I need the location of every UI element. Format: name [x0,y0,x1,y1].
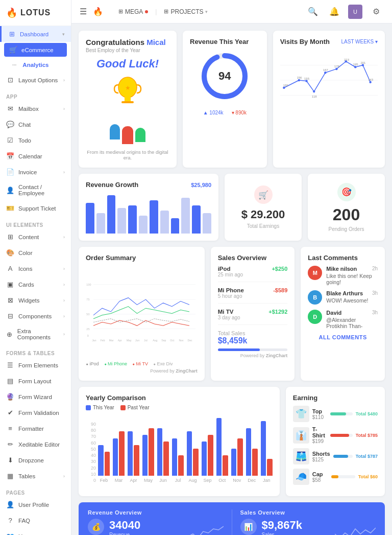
sales-item-name: Mi TV [218,309,240,315]
sidebar-item-formatter[interactable]: ≡Formatter [0,421,71,436]
yearly-x-label: Jun [157,478,169,483]
comment-items: M Mike nilson 2h Like this one! Keep goi… [308,266,378,329]
sales-progress-fill [218,348,260,351]
sidebar-item-label: Dashboard [20,31,48,37]
dropzone-icon: ⬇ [6,456,14,464]
earning-bar-bg [330,412,353,415]
sales-item-name: iPod [218,266,243,272]
earning-name: Shorts [312,451,330,457]
sidebar-item-user[interactable]: 👥User› [0,528,71,535]
yearly-x-label: Aug [187,478,199,483]
search-button[interactable]: 🔍 [305,4,321,19]
sales-text: $9,867k Sales -6.20967 ▾ 2.036% [262,519,330,535]
revenue-growth-header: Revenue Growth $25,980 [86,181,211,189]
mail-icon: ✉ [6,105,14,112]
sidebar-item-form-wizard[interactable]: 🔮Form Wizard [0,389,71,405]
chart-legend: ⬥ iPod ⬥ Mi Phone ⬥ Mi TV ⬥ Exe Div [86,361,198,366]
earnings-icon: 🛒 [254,185,273,204]
sidebar-item-content[interactable]: ⊞Content› [0,229,71,245]
sidebar-item-components[interactable]: ⊟Components› [0,308,71,324]
earning-total: Total $785 [356,433,378,438]
notification-button[interactable]: 🔔 [327,4,342,19]
sales-overview-title: Sales Overview [218,254,288,262]
earning-price: $125 [312,457,330,462]
chevron-right-icon: › [63,314,65,319]
svg-text:178: 178 [334,65,340,68]
logo-text: LOTUS [20,8,51,17]
revenue-overview-card: Revenue Overview 💰 34040 Revenue +34040 … [79,502,385,535]
last-weeks-button[interactable]: LAST WEEKS ▾ [341,39,378,44]
sidebar-item-ecommerce[interactable]: 🛒 eCommerce [4,43,67,57]
sales-item-amount: -$589 [273,287,287,293]
earning-thumb: 👕 [293,406,309,422]
sidebar-item-extra[interactable]: ⊕Extra Components› [0,324,71,344]
sidebar-item-user-profile[interactable]: 👤User Profile [0,497,71,513]
sidebar-item-icons[interactable]: AIcons› [0,261,71,276]
revenue-overview-title: Revenue Overview [88,509,224,516]
sidebar-item-form-elements[interactable]: ☰Form Elements [0,357,71,373]
chevron-right-icon: › [63,332,65,337]
svg-text:50: 50 [86,313,89,316]
comment-body: David 3h @Alexander Protikhin Than- [326,310,378,329]
topbar-nav-mega[interactable]: ⊞ MEGA [113,6,153,17]
dashboard-icon: ⊞ [8,30,16,38]
yearly-bar-group [261,421,273,476]
avatar[interactable]: U [348,5,362,19]
icons-icon: A [6,265,14,272]
sidebar-item-chat[interactable]: 💬Chat [0,117,71,132]
sidebar-item-dropzone[interactable]: ⬇Dropzone [0,452,71,468]
svg-text:189: 189 [283,84,288,87]
earning-item: 👕 Top $110 Total $480 [293,406,378,422]
hamburger-icon[interactable]: ☰ [80,7,87,16]
sidebar-item-faq[interactable]: ?FAQ [0,513,71,528]
sidebar-item-tables[interactable]: ▦Tables› [0,468,71,484]
sidebar-item-mailbox[interactable]: ✉Mailbox› [0,101,71,117]
earning-price: $58 [312,477,328,483]
components-icon: ⊟ [6,312,14,320]
sidebar-item-color[interactable]: 🎨Color [0,245,71,261]
sales-overview-title2: Sales Overview [240,509,376,516]
powered-by: Powered by ZingChart [86,368,198,374]
settings-button[interactable]: ⚙ [369,4,384,19]
sidebar-item-todo[interactable]: ☑Todo [0,132,71,148]
sidebar-item-dashboard[interactable]: ⊞ Dashboard ▾ [0,26,71,42]
yearly-x-label: Jan [261,478,273,483]
sidebar-item-form-layout[interactable]: ▤Form Layout [0,373,71,389]
revenue-stat-up: ▲ 1024k [203,110,224,115]
svg-text:143: 143 [368,78,374,81]
svg-text:Jul: Jul [144,339,148,342]
sidebar-logo[interactable]: 🔥 LOTUS [0,0,71,26]
sidebar-item-calendar[interactable]: 📅Calendar [0,148,71,164]
layout-icon: ⊡ [6,76,14,84]
all-comments-button[interactable]: ALL COMMENTS [308,334,378,340]
wizard-icon: 🔮 [6,393,14,401]
earning-bar-fill [330,434,349,437]
chevron-down-icon: ▾ [62,32,65,37]
user-icon: 👤 [6,501,14,508]
earnings-value: $ 29.200 [241,208,285,221]
topbar-nav-projects[interactable]: ⊞ PROJECTS ▾ [159,6,213,17]
revenue-big-value: 34040 [109,519,178,532]
growth-bar [96,213,105,234]
sidebar-item-layout[interactable]: ⊡ Layout Options › [0,72,71,88]
earning-price: $110 [312,414,327,420]
svg-text:167: 167 [323,68,328,72]
sidebar-item-form-validation[interactable]: ✔Form Validation [0,405,71,421]
orders-label: Pending Orders [328,226,364,232]
tables-icon: ▦ [6,472,14,480]
sidebar-item-analytics[interactable]: ··· Analytics [0,58,71,72]
sales-powered: Powered by ZingChart [218,353,288,358]
sidebar-item-support[interactable]: 🎫Support Ticket [0,200,71,216]
sidebar-item-invoice[interactable]: 📄Invoice› [0,164,71,180]
sidebar-item-contact[interactable]: 👤Contact / Employee [0,180,71,200]
yearly-bars-container: FebMarAprMayJunJulAugSepOctNovDecJan [98,414,273,483]
sidebar-item-cards[interactable]: ▣Cards› [0,276,71,292]
contact-icon: 👤 [6,187,14,194]
dots-icon: ··· [12,62,16,68]
last-comments-title: Last Comments [308,254,378,262]
svg-text:Jun: Jun [135,339,139,342]
sidebar-item-label: Analytics [22,62,48,68]
yearly-bar-group [216,418,228,476]
sidebar-item-xeditable[interactable]: ✏Xeditable Editor [0,436,71,452]
sidebar-item-widgets[interactable]: ⊠Widgets› [0,292,71,308]
